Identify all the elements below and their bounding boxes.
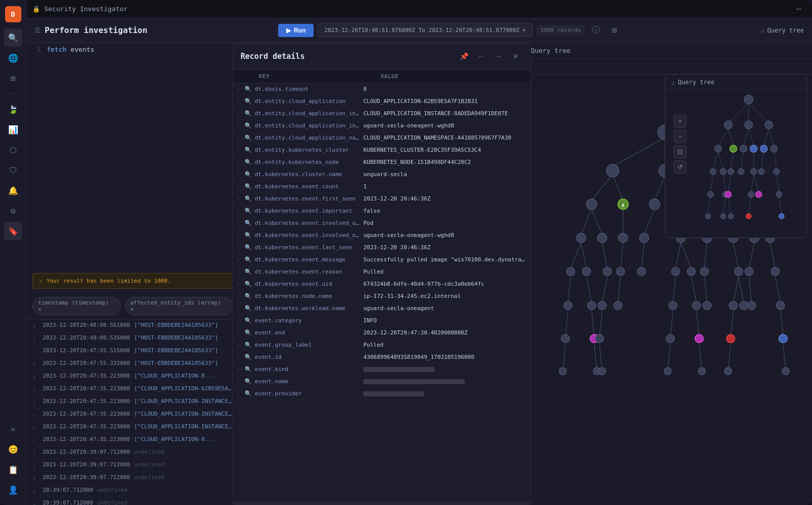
detail-row[interactable]: › 🔍 dt.kubernetes.event.last_seen 2023-1… <box>232 242 531 254</box>
qt-search-bar: 🔍 <box>518 59 812 75</box>
detail-key: dt.kubernetes.event.important <box>255 208 361 214</box>
table-row[interactable]: › 2023-12-20T20:47:35.223000 ["CLOUD_APP… <box>26 396 239 409</box>
sidebar-icon-settings[interactable]: ⚙ <box>4 201 22 220</box>
navigate-next-button[interactable]: → <box>491 49 505 63</box>
table-row[interactable]: › 2023-12-20T20:48:00.561000 ["HOST-EBBD… <box>26 320 239 332</box>
detail-key: dt.entity.cloud_application <box>255 98 361 105</box>
detail-row[interactable]: › 🔍 dt.kubernetes.event.first_seen 2023-… <box>232 193 531 205</box>
svg-point-144 <box>724 121 732 129</box>
detail-row[interactable]: › 🔍 dt.kubernetes.event.message Successf… <box>232 254 531 266</box>
column-timestamp[interactable]: timestamp (timestamp) × <box>32 297 121 315</box>
detail-key: event.id <box>255 354 361 360</box>
qt-panel-title: Query tree <box>531 47 806 54</box>
table-row[interactable]: › 20:39:07.712000 undefined <box>26 497 239 506</box>
detail-row[interactable]: › 🔍 event.kind <box>232 363 531 376</box>
svg-line-142 <box>779 197 782 215</box>
table-row[interactable]: › 2023-12-20T20:39:07.712000 undefined <box>26 472 239 485</box>
table-row[interactable]: › 20:39:07.712000 undefined <box>26 485 239 497</box>
detail-value: KUBERNETES_NODE-151B498DF44C20C2 <box>363 159 527 165</box>
detail-key: event.name <box>255 378 361 385</box>
sidebar-icon-bell[interactable]: 🔔 <box>4 181 22 199</box>
detail-row[interactable]: › 🔍 dt.entity.cloud_application CLOUD_AP… <box>232 95 531 108</box>
time-range-selector[interactable]: 2023-12-20T18:48:51.876000Z To 2023-12-2… <box>318 23 532 37</box>
pin-button[interactable]: 📌 <box>457 49 471 63</box>
more-options-button[interactable]: ⋯ <box>792 2 806 16</box>
svg-point-87 <box>771 267 780 276</box>
app-logo: D <box>5 6 21 22</box>
svg-line-124 <box>769 128 774 146</box>
table-row[interactable]: › 2023-12-20T20:47:55.332000 ["HOST-EBBD… <box>26 358 239 371</box>
row-entity: undefined <box>134 449 164 455</box>
sidebar-icon-globe[interactable]: 🌐 <box>4 49 22 67</box>
table-row[interactable]: › 2023-12-20T20:47:35.223000 ["CLOUD_APP… <box>26 434 239 447</box>
info-button[interactable]: ⓘ <box>589 23 603 38</box>
sidebar-icon-shield[interactable]: 🛡 <box>4 161 22 179</box>
detail-row[interactable]: › 🔍 event.end 2023-12-20T20:47:30.402000… <box>232 327 531 339</box>
detail-row[interactable]: › 🔍 dt.davis.timeout 0 <box>232 83 531 95</box>
detail-row[interactable]: › 🔍 event.category INFO <box>232 315 531 327</box>
svg-line-128 <box>741 151 743 169</box>
zoom-out-button[interactable]: − <box>673 130 687 143</box>
detail-row[interactable]: › 🔍 dt.kubernetes.event.involved_o... ug… <box>232 229 531 242</box>
detail-row[interactable]: › 🔍 dt.kubernetes.event.uid 674324b8-6df… <box>232 278 531 290</box>
resize-handle[interactable] <box>232 501 531 504</box>
detail-row[interactable]: › 🔍 event.provider <box>232 388 531 400</box>
table-row[interactable]: › 2023-12-20T20:47:35.223000 ["CLOUD_APP… <box>26 371 239 383</box>
expand-icon: › <box>236 147 243 153</box>
svg-point-79 <box>603 267 612 276</box>
table-row[interactable]: › 2023-12-20T20:39:07.712000 undefined <box>26 459 239 472</box>
close-button[interactable]: ✕ <box>509 49 523 63</box>
zoom-in-button[interactable]: + <box>673 115 687 128</box>
svg-line-25 <box>675 243 681 269</box>
row-timestamp: 2023-12-20T20:47:55.332000 <box>43 360 130 366</box>
detail-row[interactable]: › 🔍 dt.kubernetes.event.count 1 <box>232 181 531 193</box>
svg-point-98 <box>776 301 785 310</box>
column-entity[interactable]: affected_entity_ids (array) × <box>125 297 233 315</box>
detail-row[interactable]: › 🔍 dt.kubernetes.event.reason Pulled <box>232 266 531 278</box>
sidebar-icon-chart[interactable]: 📊 <box>4 120 22 139</box>
query-tree-toggle-label[interactable]: Query tree <box>767 27 804 34</box>
detail-row[interactable]: › 🔍 dt.entity.cloud_application_ins... C… <box>232 108 531 120</box>
detail-row[interactable]: › 🔍 dt.kubernetes.cluster.name unguard-s… <box>232 169 531 181</box>
table-row[interactable]: › 2023-12-20T20:48:00.535000 ["HOST-EBBD… <box>26 332 239 345</box>
fit-view-button[interactable]: ⊡ <box>673 145 687 158</box>
sidebar-icon-grid[interactable]: ⊞ <box>4 69 22 87</box>
sidebar-icon-search[interactable]: 🔍 <box>4 28 22 47</box>
sidebar-icon-datalist[interactable]: 📋 <box>4 460 22 479</box>
svg-line-38 <box>733 277 738 303</box>
detail-row[interactable]: › 🔍 event.name <box>232 376 531 388</box>
run-button[interactable]: ▶ Run <box>278 24 314 37</box>
table-row[interactable]: › 2023-12-20T20:47:35.223000 ["CLOUD_APP… <box>26 421 239 434</box>
sidebar-icon-bookmark[interactable]: 🔖 <box>4 222 22 240</box>
svg-line-122 <box>749 128 754 146</box>
layout-button[interactable]: ⊞ <box>607 23 621 38</box>
search-icon: 🔍 <box>245 390 253 397</box>
detail-row[interactable]: › 🔍 dt.kubernetes.event.important false <box>232 205 531 217</box>
search-icon: 🔍 <box>245 342 253 348</box>
search-icon: 🔍 <box>245 147 253 153</box>
sidebar-icon-smile[interactable]: 😊 <box>4 440 22 458</box>
detail-row[interactable]: › 🔍 dt.kubernetes.workload.name uguard-s… <box>232 302 531 315</box>
detail-row[interactable]: › 🔍 dt.entity.kubernetes_cluster KUBERNE… <box>232 144 531 156</box>
reset-view-button[interactable]: ↺ <box>673 160 687 174</box>
sidebar-icon-leaf[interactable]: 🍃 <box>4 100 22 118</box>
detail-row[interactable]: › 🔍 dt.entity.kubernetes_node KUBERNETES… <box>232 156 531 169</box>
svg-point-156 <box>738 169 744 175</box>
svg-line-132 <box>710 174 713 192</box>
detail-row[interactable]: › 🔍 event.id 430689964893S819849_1703105… <box>232 351 531 363</box>
table-row[interactable]: › 2023-12-20T20:47:35.223000 ["CLOUD_APP… <box>26 409 239 421</box>
sidebar-icon-user[interactable]: 👤 <box>4 481 22 499</box>
search-icon: 🔍 <box>245 354 253 360</box>
detail-row[interactable]: › 🔍 dt.kubernetes.event.involved_o... Po… <box>232 217 531 229</box>
table-row[interactable]: › 2023-12-20T20:47:55.515000 ["HOST-EBBD… <box>26 345 239 358</box>
svg-point-153 <box>710 169 716 175</box>
sidebar-icon-cube[interactable]: ⬡ <box>4 141 22 159</box>
detail-row[interactable]: › 🔍 dt.entity.cloud_application_na... CL… <box>232 132 531 144</box>
table-row[interactable]: › 2023-12-20T20:47:35.223000 ["CLOUD_APP… <box>26 383 239 396</box>
detail-row[interactable]: › 🔍 event.group_label Pulled <box>232 339 531 351</box>
table-row[interactable]: › 2023-12-20T20:39:07.712000 undefined <box>26 447 239 459</box>
detail-row[interactable]: › 🔍 dt.kubernetes.node.name ip-172-31-34… <box>232 290 531 302</box>
sidebar-icon-expand[interactable]: » <box>4 420 22 438</box>
navigate-prev-button[interactable]: ← <box>474 49 488 63</box>
detail-row[interactable]: › 🔍 dt.entity.cloud_application_ins... u… <box>232 120 531 132</box>
